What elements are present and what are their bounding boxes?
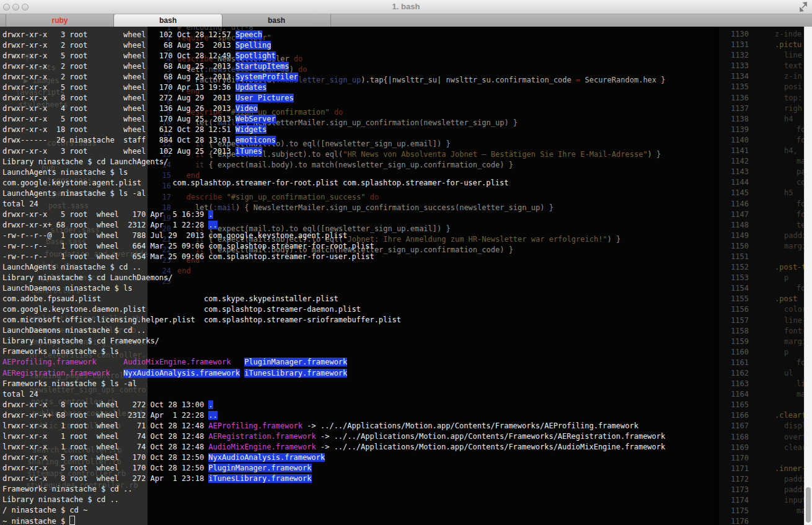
- terminal-row: drwx------ 26 ninastache staff 884 Oct 2…: [2, 135, 812, 146]
- terminal-row: Library ninastache $ cd ..: [2, 495, 812, 505]
- terminal-row: drwxr-xr-x+ 68 root wheel 2312 Apr 1 22:…: [2, 220, 812, 231]
- tab-bash-1[interactable]: bash: [114, 14, 223, 27]
- terminal-row: drwxr-xr-x 8 root wheel 272 Oct 28 13:00…: [2, 400, 812, 410]
- terminal-row: -rw-r--r--@ 1 root wheel 788 Jul 29 2013…: [2, 231, 812, 241]
- terminal-row: drwxr-xr-x 8 root wheel 272 Apr 1 23:18 …: [2, 474, 812, 484]
- terminal-row: Frameworks ninastache $ ls: [2, 346, 812, 357]
- title-bar[interactable]: 1. bash: [0, 0, 812, 14]
- terminal-row: Frameworks ninastache $ cd ..: [2, 484, 812, 495]
- window-title: 1. bash: [0, 2, 812, 11]
- terminal-row: LaunchDaemons ninastache $ cd ..: [2, 325, 812, 336]
- terminal-row: drwxr-xr-x 5 root wheel 170 Apr 13 19:36…: [2, 82, 812, 93]
- fullscreen-icon[interactable]: [798, 2, 808, 12]
- scrollbar-track[interactable]: [804, 27, 812, 525]
- terminal-row: com.microsoft.office.licensing.helper.pl…: [2, 315, 812, 325]
- terminal-row: LaunchAgents ninastache $ ls -al: [2, 188, 812, 199]
- terminal-output: drwxr-xr-x 3 root wheel 102 Oct 28 12:57…: [0, 27, 812, 525]
- terminal-row: LaunchDaemons ninastache $ ls: [2, 283, 812, 294]
- terminal-row: AEProfiling.framework AudioMixEngine.fra…: [2, 357, 812, 368]
- terminal-row: drwxr-xr-x 4 root wheel 136 Aug 26 2013 …: [2, 104, 812, 114]
- terminal-row: lrwxr-xr-x 1 root wheel 74 Oct 28 12:48 …: [2, 431, 812, 442]
- terminal-row: drwxr-xr-x 2 root wheel 68 Aug 25 2013 S…: [2, 72, 812, 82]
- terminal-screen[interactable]: ▼ app▼ assets▶ imagesjavascriptsstyleshe…: [0, 27, 812, 525]
- tab-bar-empty-space: [331, 14, 812, 27]
- terminal-row: drwxr-xr-x+ 68 root wheel 2312 Apr 1 22:…: [2, 410, 812, 421]
- terminal-row: drwxr-xr-x 8 root wheel 272 Aug 29 2013 …: [2, 93, 812, 104]
- terminal-row: drwxr-xr-x 5 root wheel 170 Oct 28 12:49…: [2, 51, 812, 61]
- terminal-row: com.google.keystone.agent.plist com.spla…: [2, 178, 812, 188]
- terminal-row: drwxr-xr-x 5 root wheel 170 Oct 28 12:50…: [2, 463, 812, 474]
- terminal-row: Frameworks ninastache $ ls -al: [2, 379, 812, 389]
- terminal-row: drwxr-xr-x 2 root wheel 68 Aug 25 2013 S…: [2, 61, 812, 72]
- terminal-row: drwxr-xr-x 3 root wheel 102 Aug 25 2013 …: [2, 146, 812, 157]
- tab-bash-2[interactable]: bash: [223, 14, 331, 27]
- scrollbar-thumb[interactable]: [806, 487, 811, 523]
- terminal-row: total 24: [2, 389, 812, 400]
- terminal-row: / ninastache $ cd ~: [2, 505, 812, 516]
- terminal-window: 1. bash rubybashbash ▼ app▼ assets▶ imag…: [0, 0, 812, 525]
- terminal-row: Library ninastache $ cd Frameworks/: [2, 336, 812, 346]
- terminal-row: total 24: [2, 199, 812, 210]
- terminal-row: lrwxr-xr-x 1 root wheel 71 Oct 28 12:48 …: [2, 421, 812, 431]
- terminal-row: -rw-r--r-- 1 root wheel 664 Mar 25 09:06…: [2, 241, 812, 252]
- terminal-row: -rw-r--r-- 1 root wheel 654 Mar 25 09:06…: [2, 252, 812, 262]
- tab-ruby-0[interactable]: ruby: [6, 14, 114, 27]
- terminal-row: AERegistration.framework NyxAudioAnalysi…: [2, 368, 812, 379]
- terminal-row: drwxr-xr-x 18 root wheel 612 Oct 28 12:5…: [2, 125, 812, 135]
- terminal-row: LaunchAgents ninastache $ cd ..: [2, 262, 812, 273]
- terminal-row: drwxr-xr-x 5 root wheel 170 Apr 5 16:39 …: [2, 210, 812, 220]
- terminal-cursor: [69, 516, 75, 525]
- terminal-row: Library ninastache $ cd LaunchDaemons/: [2, 273, 812, 283]
- terminal-row: drwxr-xr-x 5 root wheel 170 Oct 28 12:50…: [2, 452, 812, 463]
- terminal-row: com.adobe.fpsaud.plist com.skype.skypein…: [2, 294, 812, 304]
- terminal-row: drwxr-xr-x 5 root wheel 170 Aug 25 2013 …: [2, 114, 812, 125]
- tab-bar: rubybashbash: [0, 14, 812, 27]
- terminal-row: Library ninastache $ cd LaunchAgents/: [2, 157, 812, 167]
- terminal-row: drwxr-xr-x 3 root wheel 102 Oct 28 12:57…: [2, 30, 812, 40]
- terminal-row: drwxr-xr-x 2 root wheel 68 Aug 25 2013 S…: [2, 40, 812, 51]
- terminal-row: LaunchAgents ninastache $ ls: [2, 167, 812, 178]
- terminal-row: ~ ninastache $: [2, 516, 812, 525]
- terminal-row: com.google.keystone.daemon.plist com.spl…: [2, 304, 812, 315]
- terminal-row: lrwxr-xr-x 1 root wheel 74 Oct 28 12:48 …: [2, 442, 812, 452]
